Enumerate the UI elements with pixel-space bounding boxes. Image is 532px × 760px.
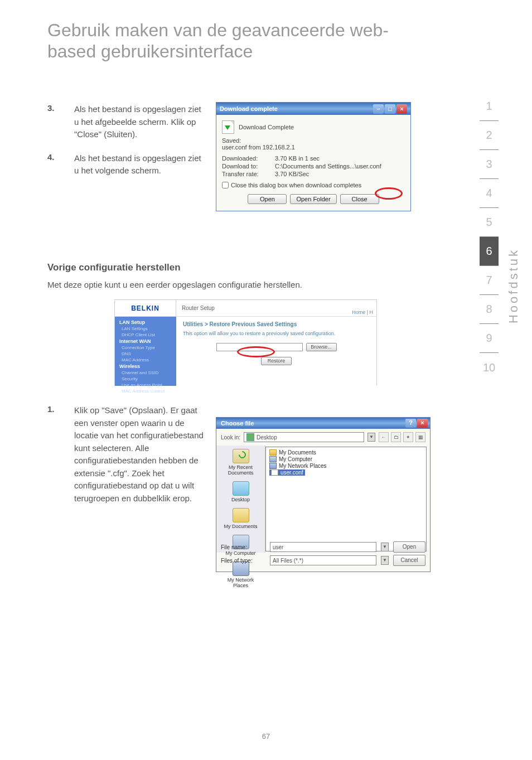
dropdown-arrow-icon[interactable]: ▼ bbox=[367, 433, 375, 442]
saved-value: user.conf from 192.168.2.1 bbox=[222, 144, 405, 151]
dialog-title: Download complete bbox=[220, 105, 278, 112]
nav-8[interactable]: 8 bbox=[480, 295, 499, 324]
computer-icon bbox=[269, 456, 277, 462]
nav-1[interactable]: 1 bbox=[480, 92, 499, 121]
restore-button[interactable]: Restore bbox=[261, 357, 292, 365]
downloaded-value: 3.70 KB in 1 sec bbox=[275, 155, 320, 162]
place-docs-label: My Documents bbox=[224, 524, 257, 529]
list-item[interactable]: user.conf bbox=[269, 469, 423, 476]
step-4-text: Als het bestand is opgeslagen ziet u het… bbox=[74, 152, 204, 177]
router-setup-panel: BELKIN Router Setup Home | H LAN Setup L… bbox=[114, 299, 377, 385]
file-list[interactable]: My Documents My Computer My Network Plac… bbox=[265, 447, 427, 551]
file-mynet: My Network Places bbox=[279, 463, 327, 469]
chapter-nav: 1 2 3 4 5 6 7 8 9 10 bbox=[480, 92, 499, 382]
nav-3[interactable]: 3 bbox=[480, 150, 499, 179]
maximize-icon[interactable]: □ bbox=[385, 104, 395, 114]
open-button[interactable]: Open bbox=[393, 541, 425, 553]
close-on-complete-checkbox[interactable] bbox=[222, 182, 229, 188]
router-nav-lan[interactable]: LAN Setup bbox=[119, 320, 176, 325]
filetype-value: All Files (*.*) bbox=[273, 558, 303, 564]
chapter-label: Hoofdstuk bbox=[506, 248, 521, 323]
close-icon[interactable]: × bbox=[417, 419, 428, 428]
open-folder-button[interactable]: Open Folder bbox=[290, 194, 336, 204]
router-nav-security[interactable]: Security bbox=[119, 376, 176, 381]
router-nav-dhcp[interactable]: DHCP Client List bbox=[119, 332, 176, 337]
list-item[interactable]: My Documents bbox=[269, 449, 423, 456]
cancel-button[interactable]: Cancel bbox=[393, 555, 425, 566]
close-icon[interactable]: × bbox=[396, 104, 407, 114]
breadcrumb: Utilities > Restore Previous Saved Setti… bbox=[183, 321, 370, 327]
router-nav-lan-settings[interactable]: LAN Settings bbox=[119, 326, 176, 331]
title-line-2: based gebruikersinterface bbox=[47, 41, 253, 61]
up-folder-icon[interactable]: 🗀 bbox=[391, 432, 401, 442]
file-icon bbox=[271, 469, 278, 476]
nav-2[interactable]: 2 bbox=[480, 121, 499, 150]
nav-5[interactable]: 5 bbox=[480, 208, 499, 237]
back-icon[interactable]: ← bbox=[379, 432, 389, 442]
page-title: Gebruik maken van de geavanceerde web- b… bbox=[47, 20, 389, 62]
router-nav-channel[interactable]: Channel and SSID bbox=[119, 370, 176, 375]
place-recent-label: My Recent Documents bbox=[228, 464, 254, 476]
nav-6[interactable]: 6 bbox=[480, 237, 499, 266]
close-checkbox-label: Close this dialog box when download comp… bbox=[231, 182, 361, 188]
router-nav-ap[interactable]: Use as Access Point bbox=[119, 383, 176, 388]
dropdown-arrow-icon[interactable]: ▼ bbox=[381, 556, 389, 565]
place-desktop-label: Desktop bbox=[231, 497, 250, 502]
file-mydocs: My Documents bbox=[279, 449, 316, 456]
step-1: 1. Klik op "Save" (Opslaan). Er gaat een… bbox=[47, 404, 204, 505]
place-recent[interactable]: My Recent Documents bbox=[219, 447, 263, 478]
step-4: 4. Als het bestand is opgeslagen ziet u … bbox=[47, 152, 204, 177]
router-nav-wireless[interactable]: Wireless bbox=[119, 364, 176, 369]
filename-input[interactable]: user bbox=[270, 542, 376, 552]
close-button[interactable]: Close bbox=[340, 194, 379, 204]
step-list-top: 3. Als het bestand is opgeslagen ziet u … bbox=[47, 103, 204, 188]
step-3-text: Als het bestand is opgeslagen ziet u het… bbox=[74, 103, 204, 141]
minimize-icon[interactable]: – bbox=[373, 104, 384, 114]
list-item[interactable]: My Computer bbox=[269, 456, 423, 462]
lookin-dropdown[interactable]: Desktop bbox=[244, 432, 364, 442]
network-icon bbox=[269, 463, 277, 469]
router-content: Utilities > Restore Previous Saved Setti… bbox=[176, 317, 376, 386]
list-item[interactable]: My Network Places bbox=[269, 463, 423, 469]
router-nav-maccontrol[interactable]: MAC Address Control bbox=[119, 389, 176, 394]
file-download-icon bbox=[222, 120, 234, 134]
filetype-dropdown[interactable]: All Files (*.*) bbox=[270, 555, 376, 565]
step-list-bottom: 1. Klik op "Save" (Opslaan). Er gaat een… bbox=[47, 404, 204, 516]
new-folder-icon[interactable]: ✦ bbox=[403, 432, 413, 442]
rate-value: 3.70 KB/Sec bbox=[275, 171, 309, 177]
open-button[interactable]: Open bbox=[248, 194, 287, 204]
nav-7[interactable]: 7 bbox=[480, 266, 499, 295]
title-line-1: Gebruik maken van de geavanceerde web- bbox=[47, 20, 389, 40]
browse-button[interactable]: Browse... bbox=[306, 343, 337, 351]
help-icon[interactable]: ? bbox=[405, 419, 416, 428]
place-network-label: My Network Places bbox=[228, 577, 254, 588]
downloaded-label: Downloaded: bbox=[222, 155, 275, 162]
router-nav-dns[interactable]: DNS bbox=[119, 351, 176, 356]
router-desc: This option will allow you to restore a … bbox=[183, 331, 370, 336]
choose-title: Choose file bbox=[221, 420, 254, 427]
file-path-input[interactable] bbox=[216, 343, 303, 351]
nav-9[interactable]: 9 bbox=[480, 324, 499, 353]
file-userconf: user.conf bbox=[280, 469, 303, 476]
download-complete-label: Download Complete bbox=[239, 124, 294, 130]
folder-icon bbox=[269, 449, 277, 456]
router-title: Router Setup bbox=[176, 300, 349, 316]
dropdown-arrow-icon[interactable]: ▼ bbox=[381, 543, 389, 551]
places-bar: My Recent Documents Desktop My Documents… bbox=[216, 446, 265, 553]
nav-10[interactable]: 10 bbox=[480, 353, 499, 382]
place-desktop[interactable]: Desktop bbox=[219, 479, 263, 505]
router-nav-wan[interactable]: Internet WAN bbox=[119, 338, 176, 344]
router-nav-conn[interactable]: Connection Type bbox=[119, 345, 176, 350]
desktop-icon bbox=[246, 433, 254, 441]
belkin-logo: BELKIN bbox=[115, 300, 176, 316]
router-nav-mac[interactable]: MAC Address bbox=[119, 357, 176, 362]
router-meta[interactable]: Home | H bbox=[349, 300, 376, 316]
saved-label: Saved: bbox=[222, 137, 405, 144]
desktop-icon bbox=[233, 481, 249, 496]
dialog-body: Download Complete Saved: user.conf from … bbox=[216, 115, 410, 211]
place-docs[interactable]: My Documents bbox=[219, 506, 263, 531]
page-number: 67 bbox=[0, 732, 532, 740]
nav-4[interactable]: 4 bbox=[480, 179, 499, 208]
view-menu-icon[interactable]: ▦ bbox=[415, 432, 425, 442]
step-3: 3. Als het bestand is opgeslagen ziet u … bbox=[47, 103, 204, 141]
